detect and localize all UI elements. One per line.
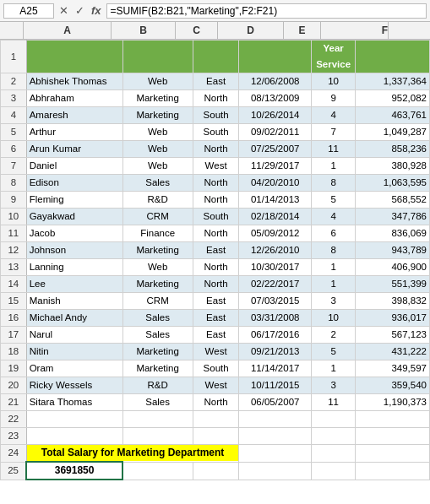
dept-cell[interactable]: CRM xyxy=(122,209,193,225)
salary-cell[interactable]: 1,063,595 xyxy=(356,175,430,192)
table-row[interactable]: 22 xyxy=(1,411,430,428)
region-cell[interactable]: West xyxy=(193,377,239,394)
dept-cell[interactable]: Web xyxy=(122,124,193,141)
col-header-d[interactable]: D xyxy=(218,22,284,39)
salary-cell[interactable]: 463,761 xyxy=(356,107,430,124)
dept-cell[interactable]: Marketing xyxy=(122,107,193,124)
table-row[interactable]: 21Sitara ThomasSalesNorth06/05/2007111,1… xyxy=(1,394,430,411)
dept-cell[interactable]: R&D xyxy=(122,192,193,209)
region-cell[interactable]: East xyxy=(193,327,239,344)
table-row[interactable]: 12JohnsonMarketingEast12/26/20108943,789 xyxy=(1,242,430,259)
years-cell[interactable]: 3 xyxy=(311,293,355,310)
region-cell[interactable]: East xyxy=(193,310,239,327)
empty[interactable] xyxy=(311,428,355,445)
table-row[interactable]: 13LanningWebNorth10/30/20171406,900 xyxy=(1,259,430,276)
salary-cell[interactable]: 568,552 xyxy=(356,192,430,209)
region-cell[interactable]: North xyxy=(193,90,239,107)
years-cell[interactable]: 5 xyxy=(311,192,355,209)
dept-cell[interactable]: R&D xyxy=(122,377,193,394)
date-cell[interactable]: 09/21/2013 xyxy=(239,344,311,360)
salary-cell[interactable]: 406,900 xyxy=(356,259,430,276)
date-cell[interactable]: 07/25/2007 xyxy=(239,141,311,158)
years-cell[interactable]: 4 xyxy=(311,107,355,124)
salary-cell[interactable]: 551,399 xyxy=(356,276,430,293)
years-cell[interactable]: 1 xyxy=(311,158,355,175)
empty[interactable] xyxy=(239,411,311,428)
emp-name-cell[interactable]: Nitin xyxy=(26,344,122,360)
years-cell[interactable]: 1 xyxy=(311,259,355,276)
region-cell[interactable]: South xyxy=(193,360,239,377)
empty[interactable] xyxy=(26,411,122,428)
emp-name-cell[interactable]: Arun Kumar xyxy=(26,141,122,158)
dept-cell[interactable]: Marketing xyxy=(122,344,193,360)
table-row[interactable]: 19OramMarketingSouth11/14/20171349,597 xyxy=(1,360,430,377)
years-cell[interactable]: 5 xyxy=(311,344,355,360)
table-row[interactable]: 10GayakwadCRMSouth02/18/20144347,786 xyxy=(1,209,430,225)
emp-name-cell[interactable]: Jacob xyxy=(26,225,122,242)
years-cell[interactable]: 8 xyxy=(311,175,355,192)
salary-cell[interactable]: 1,049,287 xyxy=(356,124,430,141)
emp-name-cell[interactable]: Abhishek Thomas xyxy=(26,73,122,90)
dept-cell[interactable]: Web xyxy=(122,73,193,90)
col-header-c[interactable]: C xyxy=(176,22,218,39)
date-cell[interactable]: 01/14/2013 xyxy=(239,192,311,209)
empty[interactable] xyxy=(122,411,193,428)
region-cell[interactable]: North xyxy=(193,192,239,209)
emp-name-cell[interactable]: Johnson xyxy=(26,242,122,259)
empty[interactable] xyxy=(311,411,355,428)
table-row[interactable]: 11JacobFinanceNorth05/09/20126836,069 xyxy=(1,225,430,242)
emp-name-cell[interactable]: Amaresh xyxy=(26,107,122,124)
date-cell[interactable]: 10/30/2017 xyxy=(239,259,311,276)
empty[interactable] xyxy=(26,428,122,445)
dept-cell[interactable]: Marketing xyxy=(122,242,193,259)
emp-name-cell[interactable]: Oram xyxy=(26,360,122,377)
years-cell[interactable]: 6 xyxy=(311,225,355,242)
cell-ref-input[interactable] xyxy=(3,3,54,19)
date-cell[interactable]: 03/31/2008 xyxy=(239,310,311,327)
years-cell[interactable]: 2 xyxy=(311,327,355,344)
table-row[interactable]: 6Arun KumarWebNorth07/25/200711858,236 xyxy=(1,141,430,158)
emp-name-cell[interactable]: Narul xyxy=(26,327,122,344)
salary-cell[interactable]: 936,017 xyxy=(356,310,430,327)
region-cell[interactable]: North xyxy=(193,394,239,411)
col-header-b[interactable]: B xyxy=(112,22,176,39)
total-value-cell[interactable]: 3691850 xyxy=(26,462,122,480)
years-cell[interactable]: 11 xyxy=(311,141,355,158)
date-cell[interactable]: 10/26/2014 xyxy=(239,107,311,124)
date-cell[interactable]: 11/14/2017 xyxy=(239,360,311,377)
table-row[interactable]: 9FlemingR&DNorth01/14/20135568,552 xyxy=(1,192,430,209)
region-cell[interactable]: South xyxy=(193,107,239,124)
salary-cell[interactable]: 836,069 xyxy=(356,225,430,242)
cancel-icon[interactable]: ✕ xyxy=(57,4,70,17)
col-header-e[interactable]: E xyxy=(284,22,321,39)
region-cell[interactable]: North xyxy=(193,276,239,293)
table-row[interactable]: 2Abhishek ThomasWebEast12/06/2008101,337… xyxy=(1,73,430,90)
dept-cell[interactable]: Marketing xyxy=(122,90,193,107)
emp-name-cell[interactable]: Arthur xyxy=(26,124,122,141)
dept-cell[interactable]: Marketing xyxy=(122,360,193,377)
emp-name-cell[interactable]: Gayakwad xyxy=(26,209,122,225)
table-row[interactable]: 20Ricky WesselsR&DWest10/11/20153359,540 xyxy=(1,377,430,394)
years-cell[interactable]: 1 xyxy=(311,360,355,377)
salary-cell[interactable]: 1,190,373 xyxy=(356,394,430,411)
table-row[interactable]: 16Michael AndySalesEast03/31/200810936,0… xyxy=(1,310,430,327)
dept-cell[interactable]: Sales xyxy=(122,394,193,411)
empty[interactable] xyxy=(122,428,193,445)
date-cell[interactable]: 06/05/2007 xyxy=(239,394,311,411)
dept-cell[interactable]: CRM xyxy=(122,293,193,310)
years-cell[interactable]: 11 xyxy=(311,394,355,411)
years-cell[interactable]: 1 xyxy=(311,276,355,293)
region-cell[interactable]: West xyxy=(193,344,239,360)
table-row[interactable]: 18NitinMarketingWest09/21/20135431,222 xyxy=(1,344,430,360)
date-cell[interactable]: 07/03/2015 xyxy=(239,293,311,310)
dept-cell[interactable]: Finance xyxy=(122,225,193,242)
table-row[interactable]: 14LeeMarketingNorth02/22/20171551,399 xyxy=(1,276,430,293)
years-cell[interactable]: 8 xyxy=(311,242,355,259)
table-row[interactable]: 7DanielWebWest11/29/20171380,928 xyxy=(1,158,430,175)
table-row[interactable]: 5ArthurWebSouth09/02/201171,049,287 xyxy=(1,124,430,141)
salary-cell[interactable]: 380,928 xyxy=(356,158,430,175)
date-cell[interactable]: 02/18/2014 xyxy=(239,209,311,225)
date-cell[interactable]: 09/02/2011 xyxy=(239,124,311,141)
dept-cell[interactable]: Sales xyxy=(122,175,193,192)
date-cell[interactable]: 08/13/2009 xyxy=(239,90,311,107)
